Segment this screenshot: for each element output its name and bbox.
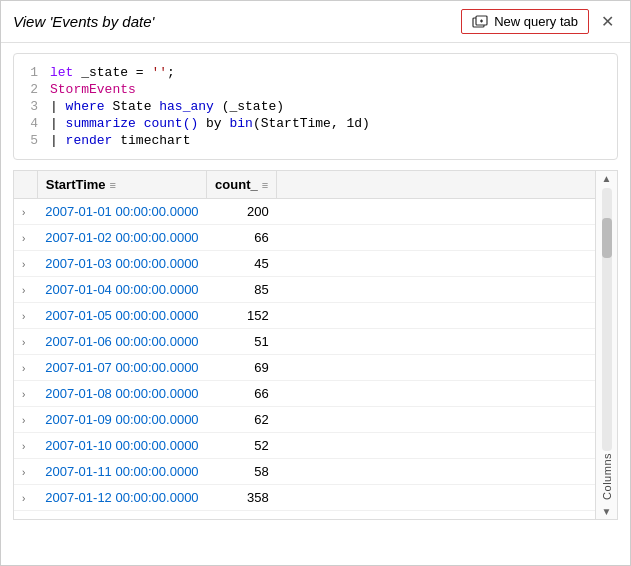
cell-count: 52: [207, 433, 277, 459]
table-row[interactable]: ›2007-01-12 00:00:00.0000358: [14, 485, 595, 511]
cell-empty: [277, 459, 595, 485]
th-expand: [14, 171, 37, 199]
col-starttime-menu-icon[interactable]: ≡: [110, 179, 116, 191]
row-expand-icon[interactable]: ›: [22, 441, 25, 452]
title-text: View: [13, 13, 49, 30]
table-body: ›2007-01-01 00:00:00.0000200›2007-01-02 …: [14, 199, 595, 520]
scrollbar-track[interactable]: [602, 188, 612, 451]
cell-empty: [277, 225, 595, 251]
row-expand-icon[interactable]: ›: [22, 233, 25, 244]
cell-empty: [277, 199, 595, 225]
cell-starttime: 2007-01-02 00:00:00.0000: [37, 225, 206, 251]
code-line-5: 5 | render timechart: [14, 132, 617, 149]
cell-starttime: 2007-01-09 00:00:00.0000: [37, 407, 206, 433]
new-query-tab-button[interactable]: New query tab: [461, 9, 589, 34]
table-row[interactable]: ›2007-01-02 00:00:00.000066: [14, 225, 595, 251]
table-row[interactable]: ›2007-01-04 00:00:00.000085: [14, 277, 595, 303]
table-row[interactable]: ›2007-01-01 00:00:00.0000200: [14, 199, 595, 225]
table-row[interactable]: ›2007-01-03 00:00:00.000045: [14, 251, 595, 277]
row-expand-icon[interactable]: ›: [22, 285, 25, 296]
line-num-2: 2: [14, 82, 50, 97]
table-row[interactable]: ›2007-01-06 00:00:00.000051: [14, 329, 595, 355]
table-row[interactable]: ›2007-01-07 00:00:00.000069: [14, 355, 595, 381]
row-expand-icon[interactable]: ›: [22, 493, 25, 504]
cell-starttime: 2007-01-07 00:00:00.0000: [37, 355, 206, 381]
cell-starttime: 2007-01-08 00:00:00.0000: [37, 381, 206, 407]
cell-count: 66: [207, 381, 277, 407]
cell-empty: [277, 381, 595, 407]
cell-starttime: 2007-01-13 00:00:00.0000: [37, 511, 206, 520]
dialog-title: View 'Events by date': [13, 13, 154, 30]
table-row[interactable]: ›2007-01-11 00:00:00.000058: [14, 459, 595, 485]
table-area: StartTime ≡ count_ ≡ ›2007-01-01 00:00:0…: [13, 170, 618, 520]
line-content-4: | summarize count() by bin(StartTime, 1d…: [50, 116, 370, 131]
close-button[interactable]: ✕: [597, 10, 618, 33]
line-num-3: 3: [14, 99, 50, 114]
row-expand-icon[interactable]: ›: [22, 467, 25, 478]
table-header-row: StartTime ≡ count_ ≡: [14, 171, 595, 199]
line-content-3: | where State has_any (_state): [50, 99, 284, 114]
line-content-1: let _state = '';: [50, 65, 175, 80]
cell-empty: [277, 303, 595, 329]
cell-starttime: 2007-01-06 00:00:00.0000: [37, 329, 206, 355]
cell-empty: [277, 355, 595, 381]
row-expand-icon[interactable]: ›: [22, 259, 25, 270]
cell-empty: [277, 277, 595, 303]
cell-empty: [277, 251, 595, 277]
table-row[interactable]: ›2007-01-10 00:00:00.000052: [14, 433, 595, 459]
line-content-2: StormEvents: [50, 82, 136, 97]
cell-count: 358: [207, 485, 277, 511]
code-line-2: 2 StormEvents: [14, 81, 617, 98]
scroll-down-arrow[interactable]: ▼: [600, 504, 614, 519]
col-count-label: count_: [215, 177, 258, 192]
new-tab-icon: [472, 15, 488, 29]
th-empty: [277, 171, 595, 199]
col-count-menu-icon[interactable]: ≡: [262, 179, 268, 191]
cell-starttime: 2007-01-03 00:00:00.0000: [37, 251, 206, 277]
th-count[interactable]: count_ ≡: [207, 171, 277, 199]
cell-count: 69: [207, 355, 277, 381]
cell-count: 45: [207, 251, 277, 277]
cell-empty: [277, 433, 595, 459]
scroll-up-arrow[interactable]: ▲: [600, 171, 614, 186]
table-row[interactable]: ›2007-01-13 00:00:00.0000174: [14, 511, 595, 520]
data-table-wrapper: StartTime ≡ count_ ≡ ›2007-01-01 00:00:0…: [14, 171, 595, 519]
right-panel: ▲ Columns ▼: [595, 171, 617, 519]
cell-count: 66: [207, 225, 277, 251]
columns-panel-label[interactable]: Columns: [601, 453, 613, 500]
header-actions: New query tab ✕: [461, 9, 618, 34]
table-row[interactable]: ›2007-01-05 00:00:00.0000152: [14, 303, 595, 329]
cell-starttime: 2007-01-04 00:00:00.0000: [37, 277, 206, 303]
cell-count: 152: [207, 303, 277, 329]
table-row[interactable]: ›2007-01-09 00:00:00.000062: [14, 407, 595, 433]
code-line-4: 4 | summarize count() by bin(StartTime, …: [14, 115, 617, 132]
cell-starttime: 2007-01-01 00:00:00.0000: [37, 199, 206, 225]
th-starttime[interactable]: StartTime ≡: [37, 171, 206, 199]
row-expand-icon[interactable]: ›: [22, 311, 25, 322]
row-expand-icon[interactable]: ›: [22, 415, 25, 426]
code-line-3: 3 | where State has_any (_state): [14, 98, 617, 115]
cell-empty: [277, 511, 595, 520]
code-line-1: 1 let _state = '';: [14, 64, 617, 81]
table-row[interactable]: ›2007-01-08 00:00:00.000066: [14, 381, 595, 407]
cell-count: 51: [207, 329, 277, 355]
row-expand-icon[interactable]: ›: [22, 207, 25, 218]
line-num-4: 4: [14, 116, 50, 131]
cell-empty: [277, 407, 595, 433]
cell-starttime: 2007-01-12 00:00:00.0000: [37, 485, 206, 511]
cell-count: 200: [207, 199, 277, 225]
title-quoted: 'Events by date': [49, 13, 154, 30]
scrollbar-thumb[interactable]: [602, 218, 612, 258]
row-expand-icon[interactable]: ›: [22, 337, 25, 348]
code-block: 1 let _state = ''; 2 StormEvents 3 | whe…: [13, 53, 618, 160]
cell-empty: [277, 329, 595, 355]
cell-starttime: 2007-01-05 00:00:00.0000: [37, 303, 206, 329]
row-expand-icon[interactable]: ›: [22, 389, 25, 400]
cell-starttime: 2007-01-11 00:00:00.0000: [37, 459, 206, 485]
cell-empty: [277, 485, 595, 511]
line-num-5: 5: [14, 133, 50, 148]
new-query-label: New query tab: [494, 14, 578, 29]
row-expand-icon[interactable]: ›: [22, 363, 25, 374]
cell-starttime: 2007-01-10 00:00:00.0000: [37, 433, 206, 459]
cell-count: 85: [207, 277, 277, 303]
